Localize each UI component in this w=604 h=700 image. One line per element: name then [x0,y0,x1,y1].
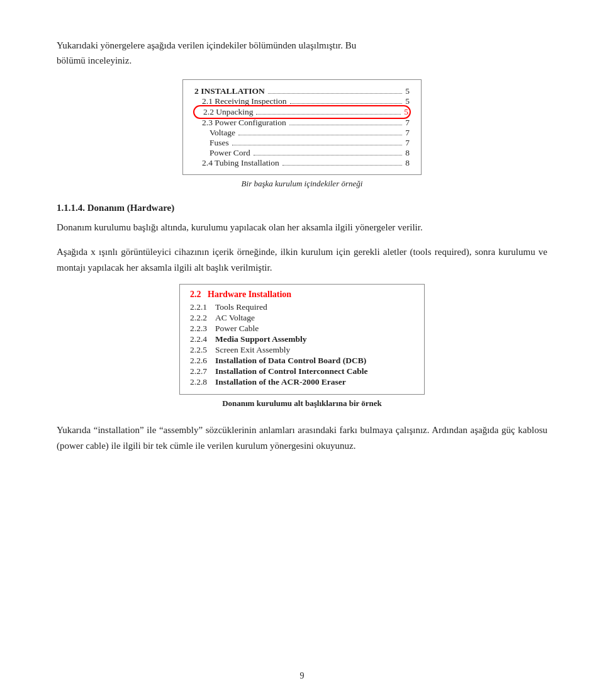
hw-title: 2.2 Hardware Installation [190,290,414,300]
toc-label: 2.3 Power Configuration [194,118,286,128]
toc-page-num: 5 [405,96,410,106]
closing-para: Yukarıda “installation” ile “assembly” s… [57,422,547,454]
toc-page-num: 7 [405,138,410,148]
hw-item-label: Screen Exit Assembly [215,345,290,355]
hw-item-label: Installation of the ACR-2000 Eraser [215,377,346,387]
hw-row: 2.2.1Tools Required [190,302,414,312]
toc-label: 2 INSTALLATION [194,86,265,96]
toc-page-num: 8 [405,158,410,168]
hw-item-label: Tools Required [215,302,267,312]
hw-item-label: Installation of Data Control Board (DCB) [215,356,366,366]
section-para2: Aşağıda x ışınlı görüntüleyici cihazının… [57,244,547,276]
hw-item-label: AC Voltage [215,313,255,323]
section-para1: Donanım kurulumu başlığı altında, kurulu… [57,220,547,235]
toc-row: 2.3 Power Configuration7 [194,118,410,128]
hw-row: 2.2.4Media Support Assembly [190,334,414,344]
toc-dots [282,165,403,166]
toc-dots [289,125,402,125]
hw-caption: Donanım kurulumu alt başlıklarına bir ör… [57,398,547,409]
hw-item-num: 2.2.5 [190,345,214,355]
hw-row: 2.2.6Installation of Data Control Board … [190,356,414,366]
toc-label: Fuses [194,138,229,148]
toc-page-num: 7 [405,118,410,128]
toc-label: Power Cord [194,148,250,158]
hw-row: 2.2.8Installation of the ACR-2000 Eraser [190,377,414,387]
hw-item-num: 2.2.3 [190,324,214,334]
hw-item-num: 2.2.1 [190,302,214,312]
toc-dots [232,145,402,145]
toc-dots [254,155,402,155]
toc-dots [256,114,401,115]
hw-item-num: 2.2.7 [190,366,214,376]
toc-row: Voltage7 [194,128,410,138]
hw-row: 2.2.3Power Cable [190,324,414,334]
section-title: 1.1.1.4. Donanım (Hardware) [57,203,547,213]
hw-item-label: Installation of Control Interconnect Cab… [215,366,368,376]
toc-caption: Bir başka kurulum içindekiler örneği [57,179,547,189]
intro-text: Yukarıdaki yönergelere aşağıda verilen i… [57,38,547,68]
toc-row: 2.4 Tubing Installation8 [194,158,410,168]
toc-label: Voltage [194,128,235,138]
intro-line1: Yukarıdaki yönergelere aşağıda verilen i… [57,40,356,50]
hw-item-num: 2.2.8 [190,377,214,387]
toc-label: 2.2 Unpacking [196,107,253,117]
toc-row: 2.2 Unpacking5 [194,106,410,118]
toc-row: Fuses7 [194,138,410,148]
hw-row: 2.2.2AC Voltage [190,313,414,323]
page-number: 9 [0,671,604,681]
toc-page-num: 7 [405,128,410,138]
hw-item-num: 2.2.4 [190,334,214,344]
toc-label: 2.4 Tubing Installation [194,158,279,168]
hw-box: 2.2 Hardware Installation2.2.1Tools Requ… [179,284,425,395]
toc-page-num: 5 [404,107,408,117]
toc-row: Power Cord8 [194,148,410,158]
toc-dots [238,135,402,135]
hw-row: 2.2.5Screen Exit Assembly [190,345,414,355]
toc-page-num: 5 [405,86,410,96]
toc-page-num: 8 [405,148,410,158]
toc-label: 2.1 Receiving Inspection [194,96,287,106]
hw-row: 2.2.7Installation of Control Interconnec… [190,366,414,376]
toc-row: 2 INSTALLATION5 [194,86,410,96]
hw-item-num: 2.2.6 [190,356,214,366]
hw-item-label: Media Support Assembly [215,334,307,344]
intro-line2: bölümü inceleyiniz. [57,55,131,65]
toc-row: 2.1 Receiving Inspection5 [194,96,410,106]
toc-box: 2 INSTALLATION52.1 Receiving Inspection5… [182,79,422,175]
toc-dots [268,93,403,94]
page: Yukarıdaki yönergelere aşağıda verilen i… [0,0,604,700]
hw-item-label: Power Cable [215,324,259,334]
toc-dots [290,103,403,104]
hw-item-num: 2.2.2 [190,313,214,323]
